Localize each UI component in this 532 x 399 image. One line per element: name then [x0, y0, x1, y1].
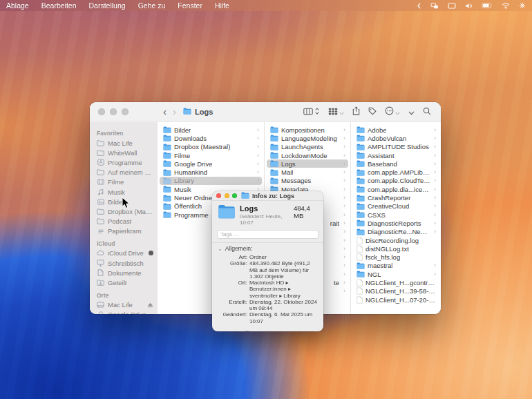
sidebar-item-programme[interactable]: AProgramme [90, 157, 158, 167]
file-row-humankind[interactable]: Humankind› [160, 168, 262, 176]
file-row-nglclient-h-07-20-861-log[interactable]: NGLClient_H...07-20-861.log [353, 295, 439, 304]
chevron-right-icon: › [434, 161, 436, 167]
folder-icon [270, 152, 278, 159]
file-row-bilder[interactable]: Bilder› [160, 126, 262, 134]
sidebar-item-mac-life[interactable]: Mac Life [90, 300, 158, 310]
file-row-ngl[interactable]: NGL› [353, 270, 439, 278]
file-row-csxs[interactable]: CSXS› [353, 211, 439, 219]
display-icon[interactable] [448, 3, 456, 9]
menu-item-hilfe[interactable]: Hilfe [209, 0, 236, 11]
close-button[interactable] [216, 193, 221, 198]
tag-icon[interactable] [368, 106, 377, 118]
siri-icon[interactable] [519, 2, 526, 9]
screen-mirroring-icon[interactable] [430, 3, 439, 9]
file-row-dropbox-maestral-[interactable]: Dropbox (Maestral)› [160, 143, 262, 151]
sidebar-item-mac-life[interactable]: Mac Life [90, 138, 158, 148]
folder-icon [357, 144, 365, 150]
file-row-com-apple-cloudtelemetry[interactable]: com.apple.CloudTelemetry› [353, 177, 439, 185]
sidebar-item-label: iCloud Drive [108, 249, 144, 257]
wifi-icon[interactable] [502, 3, 510, 9]
battery-icon[interactable] [482, 3, 493, 8]
file-row-label: Musik [174, 186, 191, 193]
menu-item-fenster[interactable]: Fenster [171, 0, 209, 11]
zoom-button[interactable] [232, 193, 237, 198]
file-row-filme[interactable]: Filme› [160, 151, 262, 159]
file-row-adobevulcan[interactable]: AdobeVulcan› [353, 134, 439, 142]
back-button[interactable]: ‹ [163, 106, 167, 117]
info-panel-titlebar: Infos zu: Logs [212, 191, 323, 201]
sidebar-item-dokumente[interactable]: Dokumente [90, 268, 158, 278]
section-general-label: Allgemein: [225, 245, 253, 252]
file-row-messages[interactable]: Messages› [267, 177, 348, 185]
sidebar-item-whitewall[interactable]: WhiteWall [90, 148, 158, 157]
file-row-mail[interactable]: Mail› [267, 168, 348, 176]
sidebar-item-papierkram[interactable]: Papierkram [90, 226, 158, 236]
menu-item-ablage[interactable]: Ablage [0, 0, 35, 11]
group-icon[interactable] [328, 106, 338, 118]
menu-item-darstellung[interactable]: Darstellung [83, 0, 132, 11]
share-icon[interactable] [352, 106, 360, 118]
file-row-distngllog-txt[interactable]: distNGLLog.txt [353, 244, 439, 253]
file-row-downloads[interactable]: Downloads› [160, 134, 262, 142]
sidebar-item-icloud-drive[interactable]: iCloud Drive [90, 249, 158, 258]
sidebar-item-google-drive[interactable]: Google Drive [90, 310, 158, 314]
checkbox-row-geteilter-ordner[interactable]: Geteilter Ordner [212, 329, 323, 331]
volume-icon[interactable] [465, 3, 473, 9]
close-button[interactable] [98, 108, 105, 115]
file-row-logs[interactable]: Logs› [267, 159, 348, 168]
section-general[interactable]: ⌄ Allgemein: [212, 242, 323, 253]
checkbox[interactable] [245, 331, 249, 331]
file-row-diagnosticreports[interactable]: DiagnosticReports› [353, 219, 439, 227]
file-row-discrecording-log[interactable]: DiscRecording.log [353, 236, 439, 244]
sidebar-item-musik[interactable]: Musik [90, 187, 158, 197]
folder-icon [97, 140, 104, 146]
sidebar-item-geteilt[interactable]: Geteilt [90, 278, 158, 287]
zoom-button[interactable] [122, 108, 129, 115]
chevron-left-icon[interactable] [417, 3, 421, 9]
chevron-right-icon: › [343, 254, 345, 260]
view-sort-icon[interactable] [314, 106, 320, 118]
file-row-google-drive[interactable]: Google Drive› [160, 159, 262, 168]
file-row-baseband[interactable]: Baseband› [353, 159, 439, 168]
sidebar-item-dropbox-maestral-[interactable]: Dropbox (Maestral) [90, 206, 158, 216]
menu-item-gehe-zu[interactable]: Gehe zu [132, 0, 172, 11]
file-row-crashreporter[interactable]: CrashReporter› [353, 193, 439, 202]
menu-item-bearbeiten[interactable]: Bearbeiten [35, 0, 83, 11]
file-row-amplitude-studios[interactable]: AMPLITUDE Studios› [353, 143, 439, 151]
file-row-languagemodeling[interactable]: LanguageModeling› [267, 134, 348, 142]
file-row-label: NGL [368, 271, 381, 278]
file-row-adobe[interactable]: Adobe› [353, 126, 439, 134]
file-row-maestral[interactable]: maestral› [353, 262, 439, 270]
file-row-creativecloud[interactable]: CreativeCloud› [353, 202, 439, 211]
sidebar-item-auf-meinem-mac[interactable]: Auf meinem Mac [90, 168, 158, 177]
file-row-nglclient-h-gcontrolconfig[interactable]: NGLClient_H...gcontrolconfig [353, 278, 439, 286]
info-panel-header: Logs Geändert: Heute, 10:07 484,4 MB [212, 201, 323, 228]
file-row-library[interactable]: Library› [160, 177, 262, 185]
minimize-button[interactable] [110, 108, 117, 115]
overflow-chevron-icon[interactable] [408, 106, 415, 118]
file-row-launchagents[interactable]: LaunchAgents› [267, 143, 348, 151]
forward-button[interactable]: › [173, 106, 176, 117]
file-row-nglclient-h-39-58-349-log[interactable]: NGLClient_H...39-58-349.log [353, 287, 439, 295]
toolbar-icons [303, 106, 441, 118]
file-row-diagnosticre-newhardware[interactable]: DiagnosticRe...NewHardware› [353, 228, 439, 236]
file-row-fsck-hfs-log[interactable]: fsck_hfs.log [353, 253, 439, 261]
file-row-assistant[interactable]: Assistant› [353, 151, 439, 159]
sidebar-item-podcast[interactable]: Podcast [90, 217, 158, 226]
file-row-com-apple-dia-icextensionsd[interactable]: com.apple.dia...icextensionsd› [353, 185, 439, 193]
sidebar-item-schreibtisch[interactable]: Schreibtisch [90, 258, 158, 268]
file-row-lockdownmode[interactable]: LockdownMode› [267, 151, 348, 159]
file-row-kompositionen[interactable]: Kompositionen› [267, 126, 348, 134]
info-value: 484.390.482 Byte (491,2 MB auf dem Volum… [249, 260, 319, 280]
folder-icon [270, 160, 278, 167]
view-columns-icon[interactable] [303, 106, 313, 118]
sidebar-item-filme[interactable]: Filme [90, 177, 158, 187]
more-icon[interactable] [385, 106, 394, 118]
file-row-com-apple-amplibraryagent[interactable]: com.apple.AMPLibraryAgent› [353, 168, 439, 176]
folder-icon [357, 271, 365, 278]
tags-input[interactable]: Tags ... [217, 230, 319, 239]
sidebar-item-bilder[interactable]: Bilder [90, 197, 158, 206]
search-icon[interactable] [423, 106, 431, 118]
minimize-button[interactable] [225, 193, 229, 198]
eject-icon[interactable] [147, 302, 153, 308]
